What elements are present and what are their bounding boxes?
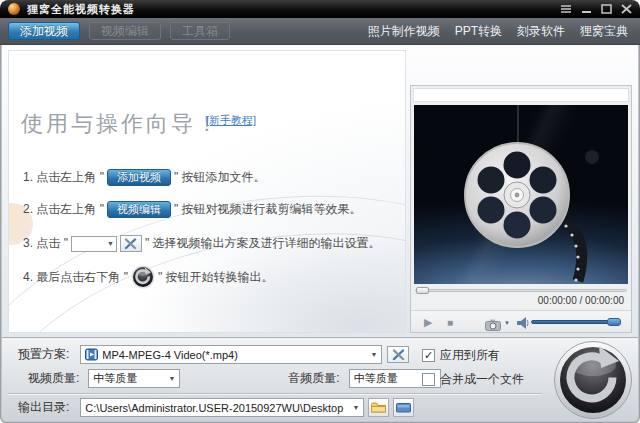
preset-value: MP4-MPEG-4 Video(*.mp4) (102, 349, 238, 361)
app-window: 狸窝全能视频转换器 添加视频 视频编辑 工具箱 照片制作视频 PPT转换 刻录软… (0, 0, 640, 423)
tutorial-link[interactable]: [新手教程] (206, 113, 256, 128)
wizard-step-1: 1. 点击左上角 " 添加视频 " 按钮添加文件。 (23, 169, 266, 186)
menu-photo-to-video[interactable]: 照片制作视频 (368, 23, 440, 40)
snapshot-button[interactable] (485, 317, 502, 335)
add-video-inline-button[interactable]: 添加视频 (107, 169, 171, 186)
wizard-step-3: 3. 点击 " ▼ " 选择视频输出方案及进行详细的输出设置。 (23, 235, 381, 252)
time-display: 00:00:00 / 00:00:00 (538, 295, 624, 306)
player-top-strip (413, 88, 629, 102)
audio-quality-label: 音频质量: (288, 370, 339, 387)
mute-button[interactable] (517, 316, 529, 334)
check-icon: ✓ (424, 350, 433, 361)
chevron-down-icon: ▼ (366, 351, 377, 358)
folder-open-icon (396, 402, 411, 413)
window-title: 狸窝全能视频转换器 (27, 2, 135, 17)
volume-handle[interactable] (607, 318, 621, 326)
chevron-down-icon: ▼ (348, 404, 359, 411)
window-menu-icon[interactable] (560, 4, 572, 14)
video-quality-label: 视频质量: (28, 370, 79, 387)
stop-icon: ■ (447, 317, 453, 328)
apply-all-checkbox[interactable]: ✓ (422, 349, 435, 362)
wizard-step-4: 4. 最后点击右下角 " " 按钮开始转换输出。 (23, 265, 274, 289)
tab-video-edit[interactable]: 视频编辑 (89, 22, 161, 40)
play-button[interactable]: ▶ (424, 317, 432, 328)
minimize-button[interactable] (581, 4, 592, 14)
film-reel-icon (414, 105, 628, 284)
chevron-down-icon: ▼ (107, 240, 116, 247)
convert-button[interactable] (553, 340, 633, 420)
open-output-folder-button[interactable] (393, 398, 414, 417)
preset-label: 预置方案: (18, 346, 69, 363)
settings-wrench-button[interactable] (120, 235, 142, 252)
seek-handle[interactable] (416, 287, 429, 294)
snapshot-dropdown-arrow[interactable]: ▼ (504, 320, 510, 326)
merge-label: 合并成一个文件 (440, 371, 524, 388)
stop-button[interactable]: ■ (447, 317, 453, 328)
folder-icon (371, 402, 386, 413)
menu-ppt-convert[interactable]: PPT转换 (455, 23, 502, 40)
output-dir-value: C:\Users\Administrator.USER-20150927WU\D… (85, 402, 343, 414)
wrench-icon (124, 238, 137, 250)
apply-all-option: ✓ 应用到所有 (422, 347, 500, 364)
app-logo-icon (8, 3, 20, 15)
merge-checkbox[interactable]: ✓ (422, 373, 435, 386)
speaker-icon (517, 317, 529, 330)
audio-quality-value: 中等质量 (354, 371, 398, 386)
title-bar: 狸窝全能视频转换器 (0, 0, 640, 18)
wizard-panel: 使用与操作向导！ [新手教程] 1. 点击左上角 " 添加视频 " 按钮添加文件… (8, 50, 406, 333)
video-edit-inline-button[interactable]: 视频编辑 (107, 201, 171, 218)
menu-burn-software[interactable]: 刻录软件 (517, 23, 565, 40)
output-dir-label: 输出目录: (18, 399, 69, 416)
player-panel: 00:00:00 / 00:00:00 ▶ ■ ▼ (410, 85, 632, 333)
main-area: 使用与操作向导！ [新手教程] 1. 点击左上角 " 添加视频 " 按钮添加文件… (2, 45, 638, 337)
profile-mini-dropdown[interactable]: ▼ (71, 236, 117, 252)
merge-option: ✓ 合并成一个文件 (422, 371, 524, 388)
wizard-step-2: 2. 点击左上角 " 视频编辑 " 按钮对视频进行裁剪编辑等效果。 (23, 201, 362, 218)
play-icon: ▶ (424, 316, 432, 328)
seek-slider[interactable] (415, 287, 627, 294)
wizard-heading: 使用与操作向导！ (21, 109, 221, 139)
close-button[interactable] (621, 4, 632, 14)
player-controls: ▶ ■ ▼ (411, 310, 631, 332)
menu-leawo-treasure[interactable]: 狸窝宝典 (580, 23, 628, 40)
tab-bar: 添加视频 视频编辑 工具箱 照片制作视频 PPT转换 刻录软件 狸窝宝典 (0, 18, 640, 45)
video-quality-select[interactable]: 中等质量 ▼ (88, 369, 180, 388)
wrench-icon (392, 349, 405, 361)
chevron-down-icon: ▼ (164, 375, 175, 382)
maximize-button[interactable] (601, 4, 612, 14)
mp4-format-icon (85, 348, 98, 361)
apply-all-label: 应用到所有 (440, 347, 500, 364)
top-menu: 照片制作视频 PPT转换 刻录软件 狸窝宝典 (368, 23, 632, 40)
browse-folder-button[interactable] (368, 398, 389, 417)
preset-wrench-button[interactable] (387, 346, 409, 363)
divider (8, 393, 542, 395)
camera-icon (485, 319, 502, 331)
output-dir-select[interactable]: C:\Users\Administrator.USER-20150927WU\D… (80, 398, 364, 417)
seek-track (415, 289, 627, 292)
tab-toolbox[interactable]: 工具箱 (170, 22, 230, 40)
video-quality-value: 中等质量 (93, 371, 137, 386)
preset-select[interactable]: MP4-MPEG-4 Video(*.mp4) ▼ (80, 345, 382, 364)
tab-add-video[interactable]: 添加视频 (8, 22, 80, 40)
convert-mini-icon (131, 265, 155, 289)
volume-slider[interactable] (531, 319, 621, 326)
output-settings-panel: 预置方案: MP4-MPEG-4 Video(*.mp4) ▼ ✓ 应用到所有 … (2, 337, 638, 421)
video-display (414, 105, 628, 284)
